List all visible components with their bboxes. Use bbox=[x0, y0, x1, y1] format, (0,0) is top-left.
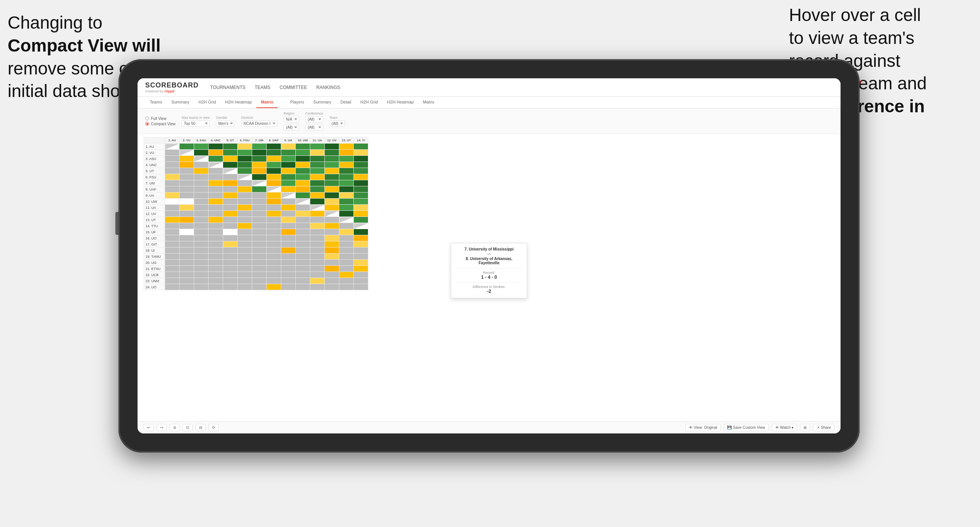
matrix-cell[interactable] bbox=[165, 180, 180, 186]
matrix-cell[interactable] bbox=[194, 174, 209, 180]
matrix-cell[interactable] bbox=[209, 186, 223, 192]
matrix-cell[interactable] bbox=[209, 180, 223, 186]
matrix-cell[interactable] bbox=[354, 278, 368, 284]
matrix-cell[interactable] bbox=[223, 254, 238, 260]
matrix-cell[interactable] bbox=[296, 217, 310, 223]
matrix-cell[interactable] bbox=[281, 223, 296, 229]
matrix-cell[interactable] bbox=[252, 278, 267, 284]
matrix-cell[interactable] bbox=[209, 205, 223, 211]
matrix-cell[interactable] bbox=[281, 156, 296, 162]
matrix-cell[interactable] bbox=[310, 272, 325, 278]
matrix-cell[interactable] bbox=[252, 205, 267, 211]
matrix-cell[interactable] bbox=[238, 229, 252, 235]
matrix-cell[interactable] bbox=[339, 241, 354, 247]
matrix-cell[interactable] bbox=[296, 241, 310, 247]
matrix-cell[interactable] bbox=[354, 186, 368, 192]
collapse-btn[interactable]: ⊟ bbox=[196, 424, 206, 431]
matrix-cell[interactable] bbox=[267, 229, 281, 235]
matrix-cell[interactable] bbox=[325, 150, 339, 156]
matrix-cell[interactable] bbox=[252, 272, 267, 278]
matrix-cell[interactable] bbox=[325, 192, 339, 199]
matrix-cell[interactable] bbox=[281, 162, 296, 168]
division-select[interactable]: NCAA Division I bbox=[241, 120, 277, 127]
matrix-cell[interactable] bbox=[325, 205, 339, 211]
matrix-cell[interactable] bbox=[339, 260, 354, 266]
subnav-players-summary[interactable]: Summary bbox=[309, 97, 336, 108]
refresh-btn[interactable]: ⟳ bbox=[209, 424, 219, 431]
matrix-cell[interactable] bbox=[296, 235, 310, 241]
matrix-cell[interactable] bbox=[194, 180, 209, 186]
matrix-cell[interactable] bbox=[252, 156, 267, 162]
matrix-cell[interactable] bbox=[339, 235, 354, 241]
matrix-cell[interactable] bbox=[310, 186, 325, 192]
matrix-cell[interactable] bbox=[238, 168, 252, 174]
matrix-cell[interactable] bbox=[223, 266, 238, 272]
matrix-cell[interactable] bbox=[209, 266, 223, 272]
matrix-cell[interactable] bbox=[180, 260, 194, 266]
matrix-cell[interactable] bbox=[339, 266, 354, 272]
matrix-cell[interactable] bbox=[325, 247, 339, 254]
matrix-cell[interactable] bbox=[238, 247, 252, 254]
matrix-cell[interactable] bbox=[281, 260, 296, 266]
matrix-cell[interactable] bbox=[180, 217, 194, 223]
matrix-cell[interactable] bbox=[310, 217, 325, 223]
matrix-cell[interactable] bbox=[238, 223, 252, 229]
matrix-cell[interactable] bbox=[339, 247, 354, 254]
max-teams-select[interactable]: Top 50 bbox=[181, 120, 210, 127]
matrix-cell[interactable] bbox=[223, 186, 238, 192]
matrix-cell[interactable] bbox=[310, 174, 325, 180]
subnav-players-h2h-heatmap[interactable]: H2H Heatmap bbox=[382, 97, 418, 108]
matrix-cell[interactable] bbox=[267, 174, 281, 180]
matrix-cell[interactable] bbox=[296, 205, 310, 211]
matrix-cell[interactable] bbox=[252, 174, 267, 180]
matrix-cell[interactable] bbox=[310, 156, 325, 162]
matrix-cell[interactable] bbox=[165, 186, 180, 192]
matrix-cell[interactable] bbox=[281, 229, 296, 235]
matrix-cell[interactable] bbox=[209, 156, 223, 162]
matrix-cell[interactable] bbox=[238, 284, 252, 290]
matrix-cell[interactable] bbox=[296, 223, 310, 229]
full-view-radio[interactable]: Full View bbox=[145, 116, 175, 121]
matrix-cell[interactable] bbox=[180, 241, 194, 247]
matrix-cell[interactable] bbox=[325, 211, 339, 217]
matrix-cell[interactable] bbox=[180, 235, 194, 241]
matrix-cell[interactable] bbox=[296, 186, 310, 192]
matrix-cell[interactable] bbox=[180, 162, 194, 168]
matrix-cell[interactable] bbox=[296, 266, 310, 272]
matrix-cell[interactable] bbox=[223, 144, 238, 150]
matrix-cell[interactable] bbox=[223, 278, 238, 284]
region-select2[interactable]: (All) bbox=[283, 124, 299, 131]
redo-btn[interactable]: ↪ bbox=[157, 424, 167, 431]
matrix-cell[interactable] bbox=[325, 260, 339, 266]
matrix-cell[interactable] bbox=[339, 174, 354, 180]
matrix-cell[interactable] bbox=[267, 162, 281, 168]
matrix-cell[interactable] bbox=[296, 284, 310, 290]
matrix-cell[interactable] bbox=[165, 241, 180, 247]
matrix-cell[interactable] bbox=[209, 272, 223, 278]
matrix-cell[interactable] bbox=[310, 247, 325, 254]
matrix-cell[interactable] bbox=[296, 192, 310, 199]
matrix-cell[interactable] bbox=[165, 229, 180, 235]
matrix-cell[interactable] bbox=[238, 186, 252, 192]
matrix-cell[interactable] bbox=[194, 217, 209, 223]
view-original-btn[interactable]: 👁 View: Original bbox=[685, 424, 721, 431]
matrix-cell[interactable] bbox=[325, 144, 339, 150]
matrix-cell[interactable] bbox=[325, 272, 339, 278]
matrix-cell[interactable] bbox=[165, 192, 180, 199]
matrix-cell[interactable] bbox=[252, 144, 267, 150]
subnav-players-h2h-grid[interactable]: H2H Grid bbox=[356, 97, 382, 108]
matrix-cell[interactable] bbox=[194, 168, 209, 174]
matrix-cell[interactable] bbox=[325, 223, 339, 229]
matrix-cell[interactable] bbox=[180, 174, 194, 180]
team-select[interactable]: (All) bbox=[329, 120, 345, 127]
matrix-cell[interactable] bbox=[296, 180, 310, 186]
matrix-cell[interactable] bbox=[180, 254, 194, 260]
matrix-cell[interactable] bbox=[281, 266, 296, 272]
matrix-cell[interactable] bbox=[267, 247, 281, 254]
matrix-cell[interactable] bbox=[180, 186, 194, 192]
matrix-cell[interactable] bbox=[354, 217, 368, 223]
matrix-cell[interactable] bbox=[194, 192, 209, 199]
matrix-cell[interactable] bbox=[180, 156, 194, 162]
matrix-cell[interactable] bbox=[354, 144, 368, 150]
matrix-cell[interactable] bbox=[180, 192, 194, 199]
